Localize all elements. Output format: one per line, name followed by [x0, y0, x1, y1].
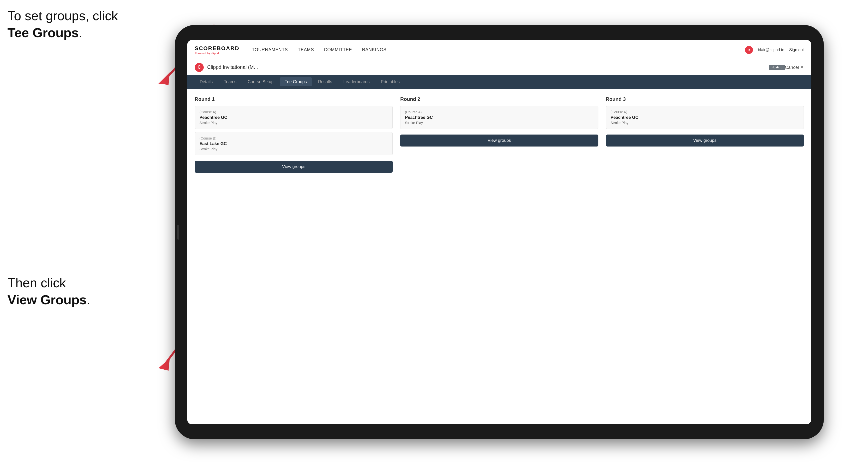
- round-2-course-a-name: Peachtree GC: [405, 115, 593, 120]
- round-3-column: Round 3 (Course A) Peachtree GC Stroke P…: [606, 96, 804, 173]
- round-2-course-a-label: (Course A): [405, 110, 593, 114]
- sign-out-link[interactable]: Sign out: [789, 48, 804, 52]
- logo-area: SCOREBOARD Powered by clippd: [195, 45, 239, 55]
- nav-committee[interactable]: COMMITTEE: [324, 46, 352, 54]
- round-1-course-a-name: Peachtree GC: [199, 115, 388, 120]
- logo-text: SCOREBOARD: [195, 45, 239, 52]
- round-1-view-groups-button[interactable]: View groups: [195, 161, 393, 173]
- round-1-course-b-format: Stroke Play: [199, 147, 388, 151]
- svg-marker-3: [158, 358, 170, 371]
- round-1-course-a-label: (Course A): [199, 110, 388, 114]
- round-2-view-groups-button[interactable]: View groups: [400, 134, 598, 147]
- hosting-badge: Hosting: [769, 65, 785, 70]
- round-1-course-a-format: Stroke Play: [199, 121, 388, 125]
- instruction-bottom: Then click View Groups.: [7, 275, 90, 308]
- tabs-bar: Details Teams Course Setup Tee Groups Re…: [187, 75, 811, 89]
- round-1-course-a-card: (Course A) Peachtree GC Stroke Play: [195, 106, 393, 129]
- round-1-course-b-card: (Course B) East Lake GC Stroke Play: [195, 132, 393, 155]
- instruction-top: To set groups, click Tee Groups.: [7, 7, 118, 41]
- round-3-course-a-label: (Course A): [611, 110, 799, 114]
- round-1-column: Round 1 (Course A) Peachtree GC Stroke P…: [195, 96, 393, 173]
- tablet-side-button: [177, 225, 179, 240]
- tab-course-setup[interactable]: Course Setup: [243, 77, 279, 86]
- tournament-logo: C: [195, 63, 204, 72]
- tab-leaderboards[interactable]: Leaderboards: [339, 77, 375, 86]
- tab-teams[interactable]: Teams: [219, 77, 241, 86]
- round-3-course-a-format: Stroke Play: [611, 121, 799, 125]
- nav-teams[interactable]: TEAMS: [298, 46, 314, 54]
- user-avatar: B: [745, 46, 753, 54]
- tablet-screen: SCOREBOARD Powered by clippd TOURNAMENTS…: [187, 40, 811, 424]
- tab-printables[interactable]: Printables: [376, 77, 405, 86]
- round-3-course-a-name: Peachtree GC: [611, 115, 799, 120]
- instruction-line3: Then click: [7, 276, 66, 290]
- main-content: Round 1 (Course A) Peachtree GC Stroke P…: [187, 89, 811, 424]
- tablet-device: SCOREBOARD Powered by clippd TOURNAMENTS…: [175, 25, 824, 439]
- round-1-course-b-name: East Lake GC: [199, 141, 388, 146]
- round-2-title: Round 2: [400, 96, 598, 102]
- nav-rankings[interactable]: RANKINGS: [362, 46, 386, 54]
- instruction-tee-groups: Tee Groups: [7, 26, 79, 40]
- tab-results[interactable]: Results: [313, 77, 337, 86]
- round-1-title: Round 1: [195, 96, 393, 102]
- round-2-column: Round 2 (Course A) Peachtree GC Stroke P…: [400, 96, 598, 173]
- svg-marker-1: [158, 72, 170, 85]
- instruction-line1: To set groups, click: [7, 8, 118, 23]
- tournament-name: Clippd Invitational (M...: [207, 64, 766, 70]
- cancel-button[interactable]: Cancel ✕: [785, 65, 804, 70]
- nav-right: B blair@clippd.io Sign out: [745, 46, 804, 54]
- nav-items: TOURNAMENTS TEAMS COMMITTEE RANKINGS: [252, 46, 745, 54]
- user-email: blair@clippd.io: [758, 48, 784, 52]
- tab-details[interactable]: Details: [195, 77, 218, 86]
- tab-tee-groups[interactable]: Tee Groups: [280, 77, 312, 86]
- round-1-course-b-label: (Course B): [199, 136, 388, 140]
- logo-sub: Powered by clippd: [195, 52, 239, 55]
- top-navigation: SCOREBOARD Powered by clippd TOURNAMENTS…: [187, 40, 811, 60]
- instruction-view-groups: View Groups: [7, 292, 87, 307]
- round-2-course-a-format: Stroke Play: [405, 121, 593, 125]
- round-3-title: Round 3: [606, 96, 804, 102]
- round-2-course-a-card: (Course A) Peachtree GC Stroke Play: [400, 106, 598, 129]
- sub-header: C Clippd Invitational (M... Hosting Canc…: [187, 60, 811, 75]
- rounds-container: Round 1 (Course A) Peachtree GC Stroke P…: [195, 96, 804, 173]
- round-3-view-groups-button[interactable]: View groups: [606, 134, 804, 147]
- round-3-course-a-card: (Course A) Peachtree GC Stroke Play: [606, 106, 804, 129]
- nav-tournaments[interactable]: TOURNAMENTS: [252, 46, 288, 54]
